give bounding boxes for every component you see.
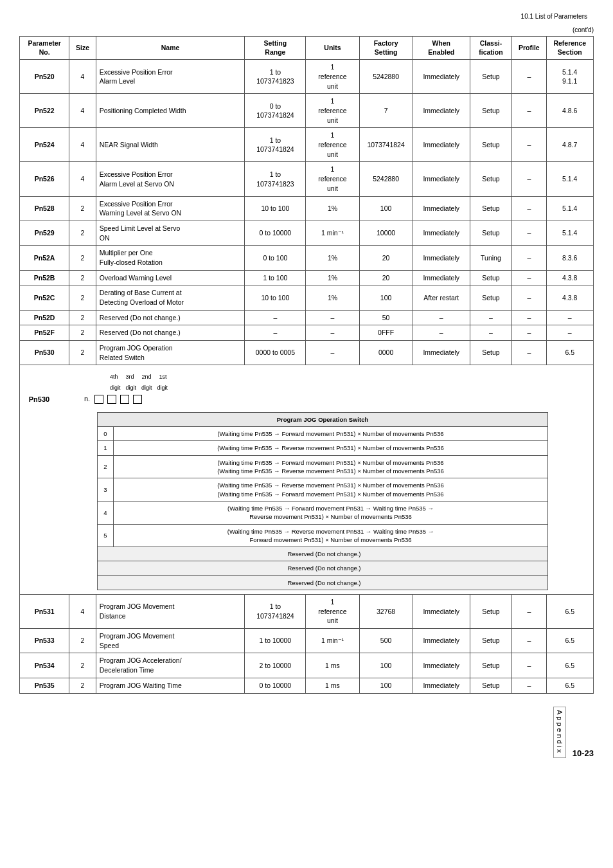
col-profile: Profile <box>512 37 546 60</box>
table-row: Pn5342Program JOG Acceleration/Decelerat… <box>20 653 594 678</box>
size-pn530: 2 <box>69 341 96 365</box>
table-row: Pn5204Excessive Position ErrorAlarm Leve… <box>20 60 594 94</box>
col-reference: ReferenceSection <box>546 37 593 60</box>
contd-label: (cont'd) <box>19 26 594 33</box>
table-row: Pn52A2Multiplier per OneFully-closed Rot… <box>20 246 594 270</box>
table-row: Pn52F2Reserved (Do not change.)––0FFF–––… <box>20 325 594 341</box>
col-name: Name <box>96 37 245 60</box>
table-row: Pn5224Positioning Completed Width0 to107… <box>20 94 594 128</box>
appendix-sidebar: Appendix <box>553 707 566 758</box>
col-when-enabled: WhenEnabled <box>413 37 470 60</box>
ref-pn530: 6.5 <box>546 341 593 365</box>
pn530-expanded-content: Pn530 4th3rd2nd1st digitdigitdigitdigit … <box>20 365 594 595</box>
table-row: Pn5292Speed Limit Level at ServoON0 to 1… <box>20 221 594 245</box>
table-row-pn530: Pn5302Program JOG OperationRelated Switc… <box>20 341 594 365</box>
col-factory-setting: FactorySetting <box>359 37 413 60</box>
table-row: Pn5244NEAR Signal Width1 to10737418241re… <box>20 128 594 162</box>
class-pn530: Setup <box>470 341 511 365</box>
table-row: Pn5352Program JOG Waiting Time0 to 10000… <box>20 678 594 693</box>
table-row: Pn5264Excessive Position ErrorAlarm Leve… <box>20 162 594 196</box>
table-row: Pn52D2Reserved (Do not change.)––50–––– <box>20 310 594 325</box>
col-setting-range: SettingRange <box>245 37 306 60</box>
name-pn530: Program JOG OperationRelated Switch <box>96 341 245 365</box>
page-number: 10-23 <box>573 748 594 758</box>
factory-pn530: 0000 <box>359 341 413 365</box>
param-pn530: Pn530 <box>20 341 69 365</box>
page-header: 10.1 List of Parameters <box>19 13 594 20</box>
table-row: Pn5314Program JOG MovementDistance1 to10… <box>20 595 594 629</box>
parameters-table: ParameterNo. Size Name SettingRange Unit… <box>19 36 594 694</box>
col-param-no: ParameterNo. <box>20 37 69 60</box>
table-row: Pn52B2Overload Warning Level1 to 1001%20… <box>20 270 594 285</box>
col-units: Units <box>306 37 359 60</box>
table-row: Pn52C2Derating of Base Current atDetecti… <box>20 285 594 310</box>
profile-pn530: – <box>512 341 546 365</box>
col-size: Size <box>69 37 96 60</box>
range-pn530: 0000 to 0005 <box>245 341 306 365</box>
pn530-expanded: Pn530 4th3rd2nd1st digitdigitdigitdigit … <box>20 365 594 595</box>
table-row: Pn5282Excessive Position ErrorWarning Le… <box>20 196 594 221</box>
units-pn530: – <box>306 341 359 365</box>
col-classification: Classi-fication <box>470 37 511 60</box>
when-pn530: Immediately <box>413 341 470 365</box>
table-row: Pn5332Program JOG MovementSpeed1 to 1000… <box>20 629 594 653</box>
